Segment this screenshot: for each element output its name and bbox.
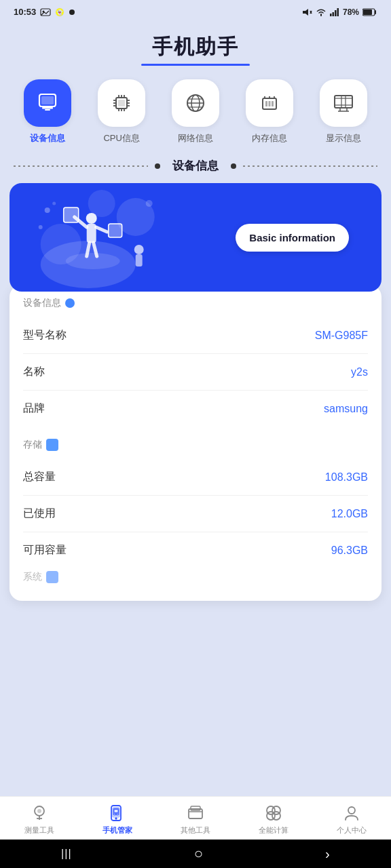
svg-rect-12 bbox=[363, 9, 372, 15]
svg-point-71 bbox=[37, 809, 41, 813]
status-bar: 10:53 👻 bbox=[0, 0, 391, 21]
memory-icon-wrap[interactable] bbox=[246, 79, 293, 127]
tools-icon bbox=[186, 804, 205, 823]
nav-item-network[interactable]: 网络信息 bbox=[172, 79, 219, 144]
device-section-dot bbox=[65, 298, 75, 308]
display-icon-wrap[interactable] bbox=[320, 79, 367, 127]
memory-icon bbox=[258, 92, 281, 115]
svg-point-55 bbox=[86, 213, 97, 224]
svg-rect-62 bbox=[109, 224, 122, 237]
svg-point-87 bbox=[272, 812, 280, 820]
brand-label: 品牌 bbox=[23, 401, 45, 416]
banner-card: Basic information bbox=[10, 183, 381, 292]
storage-row-total: 总容量 108.3GB bbox=[23, 459, 368, 496]
storage-section-label: 存储 bbox=[23, 439, 368, 451]
calc-label: 全能计算 bbox=[259, 825, 288, 835]
section-title-text: 设备信息 bbox=[167, 158, 224, 174]
svg-point-63 bbox=[66, 253, 120, 269]
device-row-model: 型号名称 SM-G985F bbox=[23, 317, 368, 354]
bottom-nav: 测量工具 手机管家 其他工具 bbox=[0, 796, 391, 840]
cpu-icon bbox=[110, 92, 133, 115]
bottom-nav-calc[interactable]: 全能计算 bbox=[253, 804, 294, 835]
svg-rect-8 bbox=[332, 12, 334, 16]
brand-value: samsung bbox=[324, 403, 368, 415]
device-section-label-text: 设备信息 bbox=[23, 297, 61, 309]
svg-rect-10 bbox=[337, 8, 339, 16]
sys-nav-back[interactable]: ‹ bbox=[325, 846, 330, 862]
title-underline bbox=[141, 64, 250, 66]
used-label: 已使用 bbox=[23, 507, 56, 521]
device-info-rows: 型号名称 SM-G985F 名称 y2s 品牌 samsung bbox=[23, 317, 368, 427]
svg-rect-39 bbox=[272, 101, 274, 106]
battery-display: 78% bbox=[343, 7, 359, 17]
svg-point-54 bbox=[88, 190, 115, 217]
app-title: 手机助手 bbox=[0, 21, 391, 79]
mute-icon bbox=[301, 8, 312, 16]
nav-item-display[interactable]: 显示信息 bbox=[320, 79, 367, 144]
display-icon bbox=[332, 92, 355, 115]
svg-rect-18 bbox=[118, 100, 125, 106]
total-value: 108.3GB bbox=[325, 471, 368, 484]
cpu-icon-wrap[interactable] bbox=[98, 79, 145, 127]
bottom-nav-phone[interactable]: 手机管家 bbox=[97, 804, 138, 835]
svg-rect-14 bbox=[42, 107, 53, 109]
svg-rect-82 bbox=[191, 806, 200, 810]
device-row-brand: 品牌 samsung bbox=[23, 391, 368, 427]
available-label: 可用容量 bbox=[23, 543, 67, 557]
profile-label: 个人中心 bbox=[337, 825, 367, 835]
bottom-nav-measure[interactable]: 测量工具 bbox=[19, 804, 60, 835]
svg-point-88 bbox=[348, 807, 355, 814]
nav-label-cpu: CPU信息 bbox=[103, 132, 139, 144]
status-right: 78% bbox=[301, 7, 377, 17]
svg-line-58 bbox=[96, 227, 107, 232]
nav-label-network: 网络信息 bbox=[178, 132, 213, 144]
snapchat-icon: 👻 bbox=[55, 7, 64, 17]
battery-icon bbox=[362, 8, 377, 16]
phone-manager-icon bbox=[108, 804, 127, 823]
nav-label-memory: 内存信息 bbox=[252, 132, 287, 144]
status-time: 10:53 👻 bbox=[14, 7, 75, 17]
partial-section-label: 系统 bbox=[23, 571, 368, 583]
sys-nav-recent[interactable]: ||| bbox=[61, 848, 71, 860]
calc-icon bbox=[264, 804, 283, 823]
svg-rect-16 bbox=[41, 96, 54, 104]
nav-item-memory[interactable]: 内存信息 bbox=[246, 79, 293, 144]
name-label: 名称 bbox=[23, 365, 45, 379]
banner-svg bbox=[10, 183, 214, 292]
total-label: 总容量 bbox=[23, 470, 56, 484]
nav-label-display: 显示信息 bbox=[326, 132, 361, 144]
svg-rect-15 bbox=[45, 109, 50, 111]
model-label: 型号名称 bbox=[23, 328, 67, 342]
banner-text-area: Basic information bbox=[214, 224, 381, 252]
svg-rect-38 bbox=[268, 101, 270, 106]
network-icon-wrap[interactable] bbox=[172, 79, 219, 127]
signal-icon bbox=[330, 8, 339, 16]
phone-label: 手机管家 bbox=[103, 825, 132, 835]
banner-badge: Basic information bbox=[236, 224, 349, 252]
storage-info-rows: 总容量 108.3GB 已使用 12.0GB 可用容量 96.3GB bbox=[23, 459, 368, 568]
svg-rect-7 bbox=[330, 14, 332, 16]
gallery-icon bbox=[40, 8, 51, 16]
storage-section: 存储 总容量 108.3GB 已使用 12.0GB 可用容量 96.3GB bbox=[23, 439, 368, 568]
svg-point-4 bbox=[69, 9, 75, 15]
device-info-section-label: 设备信息 bbox=[23, 297, 368, 309]
nav-item-cpu[interactable]: CPU信息 bbox=[98, 79, 145, 144]
time-display: 10:53 bbox=[14, 7, 36, 17]
svg-point-76 bbox=[115, 818, 117, 819]
network-icon bbox=[184, 92, 207, 115]
device-row-name: 名称 y2s bbox=[23, 354, 368, 391]
nav-item-device[interactable]: 设备信息 bbox=[24, 79, 71, 144]
storage-section-dot bbox=[46, 439, 58, 451]
sys-nav-home[interactable]: ○ bbox=[194, 845, 203, 863]
svg-point-66 bbox=[45, 208, 50, 213]
measure-label: 测量工具 bbox=[24, 825, 54, 835]
svg-rect-43 bbox=[335, 96, 352, 108]
tools-label: 其他工具 bbox=[181, 825, 210, 835]
bottom-nav-profile[interactable]: 个人中心 bbox=[331, 804, 372, 835]
device-icon-wrap[interactable] bbox=[24, 79, 71, 127]
section-header: 设备信息 bbox=[0, 158, 391, 174]
wifi-icon bbox=[316, 8, 327, 16]
dot-left bbox=[155, 163, 160, 169]
bottom-nav-tools[interactable]: 其他工具 bbox=[175, 804, 216, 835]
storage-row-available: 可用容量 96.3GB bbox=[23, 532, 368, 568]
